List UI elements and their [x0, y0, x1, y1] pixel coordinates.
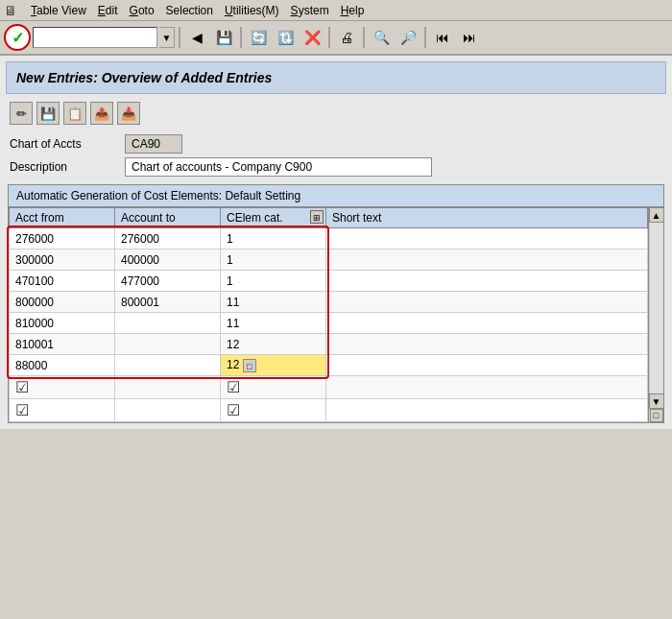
content-area: New Entries: Overview of Added Entries ✏…	[0, 56, 672, 429]
find-next-button[interactable]: 🔎	[396, 25, 420, 50]
table-row[interactable]: ☑☑	[10, 376, 648, 399]
back-button[interactable]: ◀	[184, 25, 209, 50]
menu-system[interactable]: System	[285, 2, 335, 19]
cell-short-text[interactable]	[326, 355, 648, 376]
cell-account-to[interactable]	[115, 355, 221, 376]
checkbox-account-to[interactable]: ☑	[221, 399, 326, 422]
command-input[interactable]	[33, 27, 157, 48]
cell-account-to	[115, 399, 221, 422]
table-wrapper: Acct from Account to CElem cat. ⊞ Short …	[9, 207, 663, 422]
next-page-button[interactable]: ⏭	[457, 25, 482, 50]
cell-acct-from[interactable]: 810001	[10, 334, 115, 355]
stop-button[interactable]: 🔃	[273, 25, 298, 50]
scroll-down[interactable]: ▼	[649, 393, 664, 409]
export-btn[interactable]: 📤	[90, 102, 113, 125]
cell-celem-cat[interactable]: 12	[221, 334, 326, 355]
checkbox-icon[interactable]: ☑	[227, 402, 240, 418]
cell-celem-cat[interactable]: 1	[221, 228, 326, 250]
refresh-button[interactable]: 🔄	[246, 25, 271, 50]
cell-acct-from[interactable]: 470100	[10, 271, 115, 292]
cell-account-to[interactable]: 477000	[115, 271, 221, 292]
col-account-to: Account to	[115, 208, 221, 228]
scroll-thumb[interactable]: □	[650, 409, 663, 422]
table-row[interactable]: ☑☑	[10, 399, 648, 422]
cell-account-to[interactable]: 800001	[115, 292, 221, 313]
copy-cell-icon[interactable]: □	[243, 359, 256, 372]
cell-acct-from[interactable]: 800000	[10, 292, 115, 313]
command-dropdown[interactable]: ▼	[159, 27, 175, 48]
menu-help[interactable]: Help	[335, 2, 371, 19]
cell-celem-cat[interactable]: 11	[221, 292, 326, 313]
cell-short-text[interactable]	[326, 250, 648, 271]
save-entries-btn[interactable]: 💾	[36, 102, 60, 125]
cell-short-text[interactable]	[326, 334, 648, 355]
desc-value: Chart of accounts - Company C900	[125, 157, 432, 177]
scroll-up[interactable]: ▲	[649, 207, 664, 223]
cell-short-text[interactable]	[326, 313, 648, 334]
table-row[interactable]: 3000004000001	[10, 250, 648, 271]
table-row[interactable]: 80000080000111	[10, 292, 648, 313]
import-btn[interactable]: 📥	[117, 102, 140, 125]
save-button[interactable]: 💾	[211, 25, 236, 50]
table-row[interactable]: 2760002760001	[10, 228, 648, 250]
cell-celem-cat[interactable]: 1	[221, 250, 326, 271]
find-button[interactable]: 🔍	[369, 25, 394, 50]
section-title: New Entries: Overview of Added Entries	[16, 70, 272, 85]
col-acct-from: Acct from	[10, 208, 115, 228]
print-button[interactable]: 🖨	[334, 25, 359, 50]
checkbox-icon[interactable]: ☑	[15, 379, 29, 395]
cell-acct-from[interactable]: 88000	[10, 355, 115, 376]
checkbox-account-to[interactable]: ☑	[221, 376, 326, 399]
cell-account-to[interactable]	[115, 313, 221, 334]
desc-label: Description	[10, 160, 125, 174]
cancel-button[interactable]: ❌	[300, 25, 324, 50]
table-main: Acct from Account to CElem cat. ⊞ Short …	[9, 207, 648, 422]
checkbox-acct-from[interactable]: ☑	[10, 399, 115, 422]
menu-goto[interactable]: Goto	[124, 2, 160, 19]
cell-short-text[interactable]	[326, 271, 648, 292]
menu-selection[interactable]: Selection	[160, 2, 219, 19]
col-celem-cat: CElem cat. ⊞	[221, 208, 326, 228]
cell-acct-from[interactable]: 276000	[10, 228, 115, 250]
cell-account-to	[115, 376, 221, 399]
toolbar: ✓ ▼ ◀ 💾 🔄 🔃 ❌ 🖨 🔍 🔎 ⏮ ⏭	[0, 21, 672, 56]
menu-utilities[interactable]: Utilities(M)	[219, 2, 285, 19]
separator-1	[179, 27, 180, 48]
copy-btn[interactable]: 📋	[63, 102, 86, 125]
scroll-track	[650, 223, 663, 393]
cell-short-text[interactable]	[326, 292, 648, 313]
menu-bar: 🖥 Table View Edit Goto Selection Utiliti…	[0, 0, 672, 21]
col-settings-icon[interactable]: ⊞	[310, 210, 324, 224]
scrollbar[interactable]: ▲ ▼ □	[648, 207, 663, 422]
checkbox-icon[interactable]: ☑	[227, 379, 240, 395]
table-row[interactable]: 8800012 □	[10, 355, 648, 376]
checkbox-acct-from[interactable]: ☑	[10, 376, 115, 399]
col-short-text: Short text	[326, 208, 648, 228]
table-row[interactable]: 81000011	[10, 313, 648, 334]
menu-edit[interactable]: Edit	[92, 2, 124, 19]
cell-account-to[interactable]: 276000	[115, 228, 221, 250]
menu-table-view[interactable]: Table View	[25, 2, 92, 19]
cell-acct-from[interactable]: 300000	[10, 250, 115, 271]
app-icon[interactable]: 🖥	[4, 3, 17, 18]
cell-celem-cat[interactable]: 1	[221, 271, 326, 292]
check-button[interactable]: ✓	[4, 24, 31, 51]
description-row: Description Chart of accounts - Company …	[10, 157, 662, 177]
table-row[interactable]: 81000112	[10, 334, 648, 355]
cell-short-text	[326, 399, 648, 422]
cell-celem-cat[interactable]: 11	[221, 313, 326, 334]
chart-of-accts-row: Chart of Accts CA90	[10, 134, 662, 154]
cell-acct-from[interactable]: 810000	[10, 313, 115, 334]
prev-page-button[interactable]: ⏮	[430, 25, 455, 50]
cell-short-text[interactable]	[326, 228, 648, 250]
separator-4	[363, 27, 365, 48]
edit-btn[interactable]: ✏	[10, 102, 33, 125]
cell-account-to[interactable]	[115, 334, 221, 355]
checkbox-icon[interactable]: ☑	[15, 402, 29, 418]
cell-account-to[interactable]: 400000	[115, 250, 221, 271]
separator-2	[240, 27, 242, 48]
table-row[interactable]: 4701004770001	[10, 271, 648, 292]
chart-value: CA90	[125, 134, 182, 154]
separator-3	[328, 27, 330, 48]
cell-celem-cat[interactable]: 12 □	[221, 355, 326, 376]
